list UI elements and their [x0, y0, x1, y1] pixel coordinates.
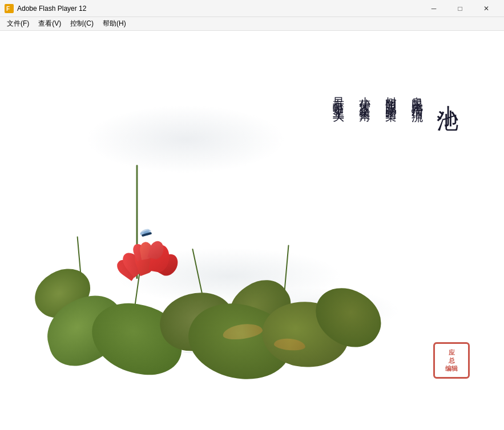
mist-1 [86, 105, 285, 173]
title-bar: F Adobe Flash Player 12 ─ □ ✕ [0, 0, 504, 17]
poem-line-2: 树阴照水爱晴柔 [384, 88, 398, 104]
svg-text:F: F [6, 6, 10, 12]
menu-help[interactable]: 帮助(H) [98, 18, 131, 30]
poem-line-4: 早有蜻蜓立上头 [332, 88, 345, 104]
menu-bar: 文件(F) 查看(V) 控制(C) 帮助(H) [0, 17, 504, 31]
poem-container: 小池 泉眼无声惜细流 树阴照水爱晴柔 小荷才露尖尖角 早有蜻蜓立上头 [332, 88, 458, 104]
menu-file[interactable]: 文件(F) [2, 18, 34, 30]
menu-control[interactable]: 控制(C) [66, 18, 98, 30]
poem-line-3: 小荷才露尖尖角 [358, 88, 372, 104]
minimize-button[interactable]: ─ [421, 0, 447, 17]
maximize-button[interactable]: □ [447, 0, 473, 17]
seal-stamp: 应总编辑 [433, 342, 470, 379]
app-icon: F [5, 4, 14, 13]
close-button[interactable]: ✕ [473, 0, 499, 17]
window-title: Adobe Flash Player 12 [17, 5, 421, 13]
poem-title: 小池 [437, 88, 458, 104]
window-controls: ─ □ ✕ [421, 0, 499, 17]
menu-view[interactable]: 查看(V) [34, 18, 66, 30]
painting: 小池 泉眼无声惜细流 树阴照水爱晴柔 小荷才露尖尖角 早有蜻蜓立上头 应总编辑 [0, 31, 504, 430]
poem-line-1: 泉眼无声惜细流 [410, 88, 424, 104]
dragonfly [142, 232, 152, 237]
flash-content: 小池 泉眼无声惜细流 树阴照水爱晴柔 小荷才露尖尖角 早有蜻蜓立上头 应总编辑 [0, 31, 504, 430]
